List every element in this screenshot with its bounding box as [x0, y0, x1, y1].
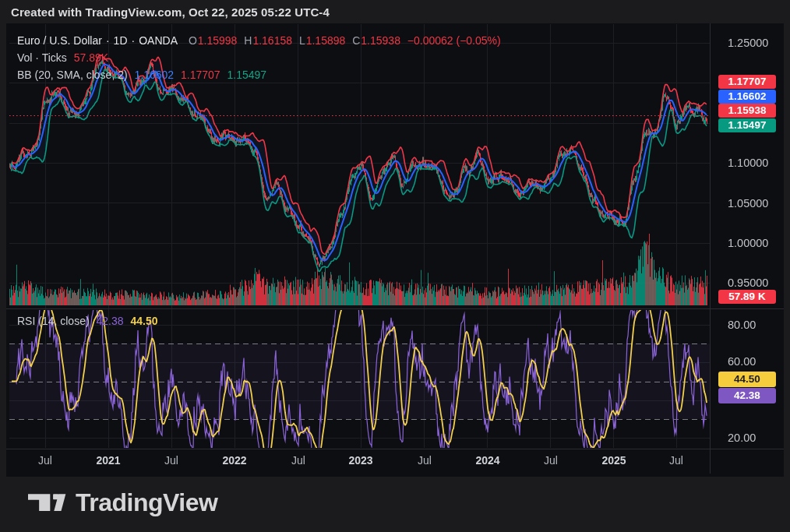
- bb-legend-row: BB (20, SMA, close, 2) 1.16602 1.17707 1…: [17, 69, 270, 82]
- tradingview-logo-text: TradingView: [76, 488, 217, 517]
- symbol-title: Euro / U.S. Dollar: [17, 34, 102, 47]
- volume-label: Vol · Ticks: [17, 51, 67, 64]
- price-tick: 0.95000: [728, 276, 768, 290]
- high-label: H: [244, 34, 252, 47]
- time-tick: Jul: [418, 453, 432, 467]
- price-tick: 1.00000: [728, 236, 768, 250]
- time-tick: Jul: [669, 453, 683, 467]
- bb-basis-value: 1.16602: [135, 69, 175, 81]
- low-value: 1.15898: [306, 34, 346, 47]
- volume-legend-row: Vol · Ticks 57.89K: [17, 51, 112, 65]
- bb-upper-value: 1.17707: [181, 69, 220, 81]
- time-tick: 2023: [348, 453, 372, 467]
- high-value: 1.16158: [252, 34, 292, 47]
- rsi-tick: 20.00: [728, 431, 756, 445]
- price-tick: 1.05000: [728, 196, 768, 210]
- interval-label: 1D: [114, 34, 128, 47]
- rsi-tick: 80.00: [728, 318, 756, 332]
- volume-badge: 57.89 K: [718, 290, 776, 304]
- bb-basis-price-badge: 1.16602: [718, 90, 776, 104]
- low-label: L: [299, 34, 305, 47]
- bb-upper-price-badge: 1.17707: [718, 75, 776, 89]
- bb-label: BB (20, SMA, close, 2): [17, 69, 128, 81]
- exchange-label: OANDA: [139, 34, 178, 47]
- separator: ·: [106, 34, 110, 47]
- time-tick: 2022: [222, 453, 246, 467]
- time-tick: Jul: [38, 453, 52, 467]
- time-tick: 2021: [96, 453, 120, 467]
- rsi-tick: 60.00: [728, 354, 756, 368]
- price-tick: 1.25000: [728, 36, 768, 50]
- close-label: C: [352, 34, 360, 47]
- bb-lower-value: 1.15497: [227, 69, 267, 81]
- close-value: 1.15938: [361, 34, 400, 47]
- time-tick: 2024: [475, 453, 499, 467]
- attribution-text: Created with TradingView.com, Oct 22, 20…: [11, 4, 330, 21]
- tradingview-logo-icon: [28, 492, 67, 513]
- time-tick: Jul: [164, 453, 178, 467]
- rsi-value: 42.38: [96, 315, 123, 327]
- change-value: −0.00062 (−0.05%): [407, 34, 501, 47]
- rsi-ma-value: 44.50: [130, 315, 157, 327]
- last-price-badge: 1.15938: [718, 104, 776, 118]
- rsi-ma-badge: 44.50: [718, 372, 776, 387]
- tradingview-logo[interactable]: TradingView: [28, 488, 217, 516]
- time-tick: 2025: [601, 453, 626, 467]
- rsi-legend-row: RSI (14, close) 42.38 44.50: [17, 315, 161, 328]
- time-tick: Jul: [291, 453, 305, 467]
- rsi-label: RSI (14, close): [17, 315, 90, 327]
- open-label: O: [189, 34, 197, 47]
- bb-lower-price-badge: 1.15497: [718, 118, 776, 132]
- price-tick: 1.10000: [728, 156, 768, 170]
- rsi-badge: 42.38: [718, 388, 776, 403]
- symbol-legend-row: Euro / U.S. Dollar·1D·OANDA O1.15998 H1.…: [17, 34, 505, 48]
- separator: ·: [132, 34, 136, 47]
- time-tick: Jul: [544, 453, 558, 467]
- open-value: 1.15998: [198, 34, 238, 47]
- volume-value: 57.89K: [74, 51, 108, 64]
